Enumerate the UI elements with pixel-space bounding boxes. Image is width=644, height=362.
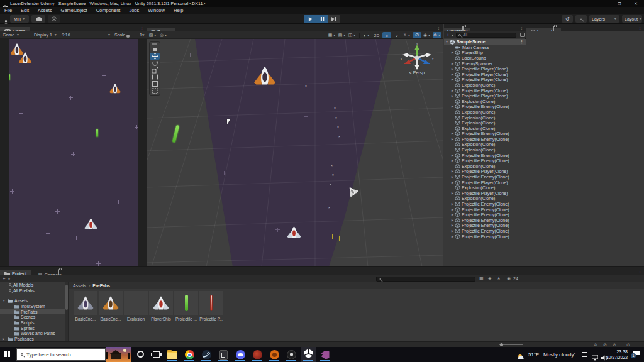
inspector-menu-icon[interactable]: ⋮ bbox=[638, 25, 642, 30]
grid-visibility-button[interactable]: ▦▼ bbox=[328, 32, 336, 38]
hierarchy-item[interactable]: ▶Projectile Player(Clone) bbox=[444, 190, 526, 196]
hierarchy-item[interactable]: ▶Projectile Player(Clone) bbox=[444, 93, 526, 99]
hierarchy-item[interactable]: Explosion(Clone) bbox=[444, 120, 526, 126]
hidden-count-eye-icon[interactable]: ◉ bbox=[507, 276, 511, 281]
scale-tool[interactable] bbox=[150, 67, 160, 74]
project-folder-sprites[interactable]: Sprites bbox=[0, 326, 65, 331]
hierarchy-item[interactable]: ▶Projectile Player(Clone) bbox=[444, 180, 526, 185]
hierarchy-picker-icon[interactable] bbox=[520, 33, 525, 37]
hierarchy-item[interactable]: ▶Projectile Player(Clone) bbox=[444, 66, 526, 72]
layout-dropdown[interactable]: Layout▼ bbox=[622, 15, 642, 23]
menu-assets[interactable]: Assets bbox=[33, 8, 57, 13]
asset-tile[interactable] bbox=[199, 291, 223, 315]
asset-tile[interactable] bbox=[174, 291, 198, 315]
expand-arrow-icon[interactable]: ▶ bbox=[450, 213, 455, 216]
game-display-mode-dropdown[interactable]: Game▼ bbox=[3, 33, 19, 37]
project-folder-scripts[interactable]: Scripts bbox=[0, 320, 65, 326]
account-dropdown[interactable]: MH▼ bbox=[10, 15, 29, 23]
expand-arrow-icon[interactable]: ▶ bbox=[450, 67, 455, 70]
thumbnail-size-slider[interactable] bbox=[499, 344, 523, 345]
persp-label[interactable]: < Persp bbox=[399, 70, 435, 75]
expand-arrow-icon[interactable]: ▶ bbox=[450, 154, 455, 157]
move-tool[interactable] bbox=[150, 53, 160, 60]
hierarchy-item[interactable]: ▶Projectile Enemy(Clone) bbox=[444, 136, 526, 142]
taskbar-app-file-explorer[interactable] bbox=[165, 349, 180, 361]
tray-expander[interactable]: ^ bbox=[574, 352, 575, 356]
breadcrumb-current[interactable]: PreFabs bbox=[92, 283, 110, 288]
visibility-toggle-button[interactable]: ∅ bbox=[413, 32, 421, 38]
project-add-caret[interactable]: ▼ bbox=[8, 278, 11, 281]
2d-toggle-button[interactable]: 2D bbox=[372, 32, 381, 38]
taskbar-app-epic-games[interactable] bbox=[216, 349, 231, 361]
taskbar-app-visual-studio[interactable] bbox=[318, 349, 333, 361]
start-button[interactable] bbox=[4, 351, 10, 357]
taskbar-app-chrome[interactable] bbox=[182, 349, 197, 361]
breadcrumb-root[interactable]: Assets bbox=[73, 283, 86, 288]
search-everywhere-button[interactable] bbox=[575, 15, 587, 23]
lighting-toggle-button[interactable]: ☼ bbox=[382, 32, 391, 38]
news-widget-image[interactable] bbox=[106, 347, 131, 362]
hierarchy-item[interactable]: ▶Projectile Enemy(Clone) bbox=[444, 104, 526, 110]
weather-temp[interactable]: 51°F bbox=[528, 352, 539, 358]
hierarchy-item[interactable]: ▶Projectile Enemy(Clone) bbox=[444, 201, 526, 207]
expand-arrow-icon[interactable]: ▶ bbox=[450, 78, 455, 81]
title-bar[interactable]: LaserDefender Udemy - SampleScene - Wind… bbox=[0, 0, 644, 7]
maximize-button[interactable]: ❐ bbox=[611, 0, 628, 7]
taskbar-search-input[interactable]: Type here to search bbox=[16, 348, 106, 361]
menu-window[interactable]: Window bbox=[143, 8, 169, 13]
view-hand-tool[interactable] bbox=[150, 46, 160, 53]
render-mode-button[interactable]: ◐▼ bbox=[362, 32, 371, 38]
taskbar-app-discord[interactable] bbox=[233, 349, 248, 361]
search-by-label-icon[interactable]: ◈ bbox=[488, 276, 491, 281]
scene-viewport[interactable]: y x z < Persp ××××××××× bbox=[147, 39, 443, 266]
tablet-mode-icon[interactable] bbox=[582, 352, 587, 357]
network-icon[interactable] bbox=[592, 352, 598, 362]
hierarchy-item[interactable]: Explosion(Clone) bbox=[444, 163, 526, 169]
hierarchy-item[interactable]: ▶Projectile Enemy(Clone) bbox=[444, 212, 526, 217]
hierarchy-item[interactable]: Explosion(Clone) bbox=[444, 109, 526, 115]
transform-tool[interactable] bbox=[150, 80, 160, 87]
step-button[interactable] bbox=[328, 15, 340, 23]
search-by-type-icon[interactable]: ▦ bbox=[479, 276, 484, 281]
hierarchy-item[interactable]: ▶Projectile Enemy(Clone) bbox=[444, 131, 526, 137]
draw-mode-dropdown-button[interactable]: ▨▼ bbox=[148, 32, 157, 38]
action-center-icon[interactable]: 1 bbox=[632, 351, 640, 358]
hierarchy-item[interactable]: ▶Projectile Player(Clone) bbox=[444, 77, 526, 83]
project-search-input[interactable] bbox=[376, 277, 475, 282]
menu-component[interactable]: Component bbox=[92, 8, 125, 13]
expand-arrow-icon[interactable]: ▶ bbox=[450, 175, 455, 178]
cloud-services-button[interactable] bbox=[31, 15, 45, 23]
expand-arrow-icon[interactable]: ▶ bbox=[450, 132, 455, 135]
taskbar-app-app-orange[interactable] bbox=[267, 349, 282, 361]
expand-arrow-icon[interactable]: ▶ bbox=[450, 51, 455, 54]
tray-clock[interactable]: 23:38 10/27/2022 bbox=[606, 349, 628, 360]
expand-arrow-icon[interactable]: ▶ bbox=[450, 138, 455, 141]
saved-search-star-icon[interactable]: ★ bbox=[497, 276, 501, 281]
hierarchy-item[interactable]: ▶EnemySpawner bbox=[444, 61, 526, 67]
menu-file[interactable]: File bbox=[0, 8, 16, 13]
hierarchy-item[interactable]: Explosion(Clone) bbox=[444, 115, 526, 121]
expand-arrow-icon[interactable]: ▶ bbox=[450, 181, 455, 184]
expand-arrow-icon[interactable]: ▶ bbox=[450, 224, 455, 227]
rect-tool[interactable] bbox=[150, 74, 160, 80]
hierarchy-search-input[interactable]: All bbox=[456, 33, 516, 38]
hierarchy-item[interactable]: ▶Projectile Enemy(Clone) bbox=[444, 158, 526, 163]
play-button[interactable] bbox=[304, 15, 316, 23]
menu-jobs[interactable]: Jobs bbox=[125, 8, 143, 13]
camera-dropdown-button[interactable]: ◉▼ bbox=[423, 32, 431, 38]
task-view-icon[interactable] bbox=[153, 351, 160, 358]
menu-help[interactable]: Help bbox=[169, 8, 187, 13]
hierarchy-item[interactable]: Explosion(Clone) bbox=[444, 142, 526, 148]
weather-condition[interactable]: Mostly cloudy bbox=[543, 352, 574, 358]
scene-orientation-gizmo[interactable]: y x z bbox=[399, 43, 435, 73]
scene-root-menu-icon[interactable]: ⋮ bbox=[519, 40, 524, 44]
expand-arrow-icon[interactable]: ▶ bbox=[450, 219, 455, 222]
hierarchy-item[interactable]: ▶Projectile Player(Clone) bbox=[444, 169, 526, 175]
hierarchy-add-button[interactable]: + bbox=[447, 32, 450, 38]
taskbar-app-app-dark-red[interactable] bbox=[250, 349, 265, 361]
expand-arrow-icon[interactable]: ▼ bbox=[3, 299, 8, 302]
game-viewport[interactable] bbox=[0, 39, 147, 266]
hierarchy-item[interactable]: ▶Projectile Enemy(Clone) bbox=[444, 174, 526, 180]
project-folder-prefabs[interactable]: PreFabs bbox=[0, 309, 65, 315]
hierarchy-item[interactable]: BackGround bbox=[444, 55, 526, 61]
